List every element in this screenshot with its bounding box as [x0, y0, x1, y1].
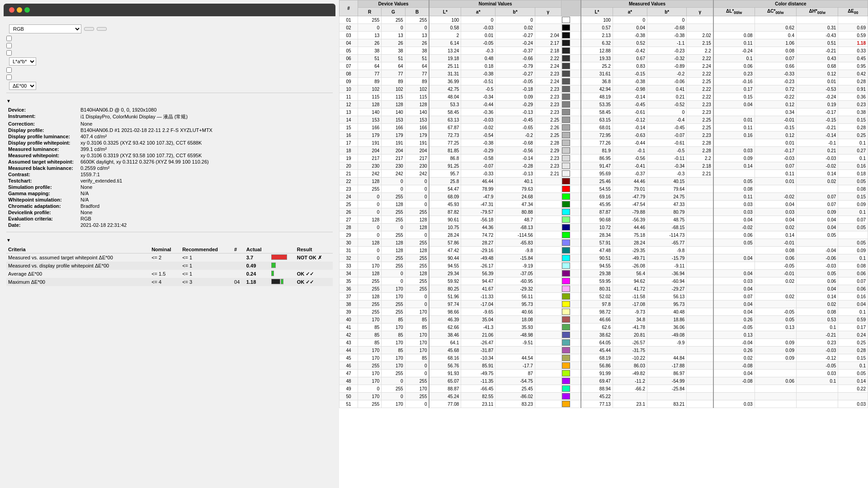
cell-meas-a: -49.82 — [613, 370, 647, 377]
cell-r: 242 — [358, 170, 381, 178]
cell-nom-a: -11.33 — [461, 293, 495, 300]
show-values-select[interactable]: L*a*b* — [9, 57, 36, 66]
cell-b: 0 — [405, 178, 429, 185]
cell-num: 33 — [340, 262, 358, 270]
cell-nom-g — [535, 193, 561, 201]
cell-dl: 0.04 — [713, 308, 755, 316]
cell-dc — [755, 393, 796, 400]
color-distance-row: ΔE*00 — [6, 82, 333, 90]
display-profile-checkbox[interactable] — [6, 75, 12, 80]
cell-meas-b: 48.75 — [647, 216, 686, 224]
gray-balance-checkbox[interactable] — [6, 36, 12, 41]
cell-swatch — [561, 377, 581, 385]
table-row: 2124224224295.7-0.33-0.132.2195.69-0.37-… — [340, 170, 868, 178]
cell-de: 0.07 — [838, 216, 868, 224]
absolute-values-checkbox[interactable] — [6, 67, 12, 73]
cell-meas-g: 2.23 — [687, 101, 713, 108]
cell-swatch — [561, 139, 581, 147]
cell-swatch — [561, 308, 581, 316]
close-button[interactable] — [9, 7, 14, 13]
cell-dl: 0.04 — [713, 285, 755, 293]
info-key: Assumed target whitepoint: — [6, 159, 79, 165]
col-meas-a: a* — [613, 8, 647, 16]
color-distance-select[interactable]: ΔE*00 — [9, 82, 36, 90]
summary-criteria: Measured vs. assumed target whitepoint Δ… — [6, 253, 150, 262]
col-nom-a: a* — [461, 8, 495, 16]
basic-info-header[interactable] — [6, 98, 333, 104]
blackbody-checkbox[interactable] — [6, 43, 12, 48]
col-dh: ΔH*00/w — [796, 8, 838, 16]
cell-nom-b: -17.7 — [495, 362, 535, 370]
cell-meas-g: 2.25 — [687, 78, 713, 85]
cell-nom-g — [535, 277, 561, 285]
minimize-button[interactable] — [17, 7, 22, 13]
cell-meas-g: 2.22 — [687, 55, 713, 62]
cell-meas-b — [647, 393, 686, 400]
cell-nom-l: 91.25 — [429, 162, 461, 170]
cell-dh: 0.06 — [796, 277, 838, 285]
cell-de: 1.18 — [838, 39, 868, 47]
cell-r: 0 — [358, 231, 381, 239]
cell-dc: -0.15 — [755, 124, 796, 131]
cell-nom-b: -0.13 — [495, 170, 535, 178]
cell-nom-g: 2.25 — [535, 116, 561, 124]
cell-dh: 0.07 — [796, 193, 838, 201]
cell-r: 102 — [358, 85, 381, 93]
cell-nom-a: -0.34 — [461, 93, 495, 101]
table-row: 290255028.2474.72-114.5628.3475.18-114.7… — [340, 231, 868, 239]
cell-dh: -0.14 — [796, 131, 838, 139]
display-profile-row — [6, 75, 333, 80]
cell-meas-a: -31.75 — [613, 347, 647, 354]
cell-b: 85 — [405, 324, 429, 331]
table-row: 3012812825557.8628.27-65.8357.9128.24-65… — [340, 239, 868, 247]
info-value: None — [79, 209, 333, 216]
cell-swatch — [561, 47, 581, 55]
cell-nom-a: -79.57 — [461, 208, 495, 216]
summary-table: Criteria Nominal Recommended # Actual Re… — [6, 246, 333, 286]
cell-dl: -0.04 — [713, 339, 755, 347]
cell-num: 09 — [340, 78, 358, 85]
info-value: N/A — [79, 197, 333, 203]
summary-actual: 0.24 — [245, 270, 269, 278]
summary-header[interactable] — [6, 237, 333, 243]
summary-recommended: <= 1 — [180, 253, 232, 262]
cell-de: 0.03 — [838, 400, 868, 408]
cell-swatch — [561, 16, 581, 24]
cell-g: 170 — [382, 285, 405, 293]
cell-b: 0 — [405, 24, 429, 32]
cell-nom-b: 83.23 — [495, 400, 535, 408]
view-raw-ref-button[interactable] — [84, 27, 94, 31]
table-row: 441708517045.68-31.8745.44-31.750.260.09… — [340, 347, 868, 354]
cell-nom-a: -0.33 — [461, 170, 495, 178]
cell-meas-b — [647, 347, 686, 354]
cell-de: 0.18 — [838, 170, 868, 178]
cell-nom-g — [535, 285, 561, 293]
cell-nom-g: 2.23 — [535, 162, 561, 170]
cell-g: 255 — [382, 231, 405, 239]
cell-meas-b: -0.3 — [647, 170, 686, 178]
cell-b: 255 — [405, 285, 429, 293]
view-raw-meas-button[interactable] — [97, 27, 107, 31]
cell-meas-l: 53.35 — [581, 101, 613, 108]
info-key: Display profile: — [6, 127, 79, 133]
cell-dc: -0.01 — [755, 116, 796, 124]
cell-num: 47 — [340, 370, 358, 377]
cell-nom-g: 2.23 — [535, 155, 561, 162]
cell-meas-b: -0.32 — [647, 55, 686, 62]
additional-stats-checkbox[interactable] — [6, 50, 12, 56]
cell-meas-b: -0.11 — [647, 155, 686, 162]
cell-r: 128 — [358, 178, 381, 185]
cell-meas-b: -0.45 — [647, 124, 686, 131]
info-row: Devicelink profile:None — [6, 209, 333, 216]
cell-meas-a: -0.14 — [613, 93, 647, 101]
eval-select[interactable]: RGB — [9, 24, 81, 33]
maximize-button[interactable] — [24, 7, 30, 13]
col-b: B — [405, 8, 429, 16]
cell-nom-g: 2.24 — [535, 78, 561, 85]
table-row: 0877777731.31-0.38-0.272.2331.61-0.15-0.… — [340, 70, 868, 78]
cell-dl: 0.03 — [713, 277, 755, 285]
cell-meas-l: 68.01 — [581, 124, 613, 131]
cell-meas-a: 44.46 — [613, 178, 647, 185]
info-row: Measured black luminance:0.2559 cd/m² — [6, 165, 333, 171]
cell-nom-g — [535, 385, 561, 393]
